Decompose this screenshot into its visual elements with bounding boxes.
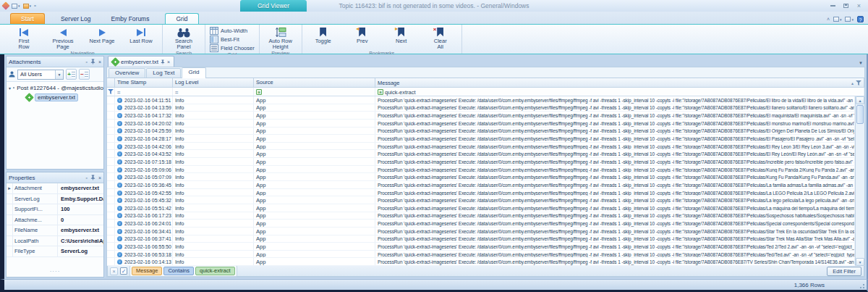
filter-expression[interactable]: Message Contains quick-extract (129, 265, 237, 277)
scroll-down-icon[interactable]: ▼ (856, 258, 864, 266)
log-row[interactable]: i2023-02-16 00:14:13 Info App ProcessRun… (107, 258, 855, 266)
remove-filter-button[interactable]: × (110, 267, 118, 275)
close-icon[interactable]: × (167, 59, 170, 64)
log-row[interactable]: i2023-02-16 04:17:32 Info App ProcessRun… (107, 112, 855, 120)
auto-width-button[interactable]: Auto-Width (208, 26, 257, 35)
filter-value-chip[interactable]: quick-extract (195, 267, 235, 275)
property-row[interactable]: SupportFi... 100 (7, 204, 103, 215)
close-icon[interactable]: × (98, 175, 101, 180)
document-tab-embyserver[interactable]: embyserver.txt × (108, 56, 174, 67)
filter-enabled-checkbox[interactable]: ✓ (120, 267, 127, 275)
minimize-button[interactable] (828, 3, 838, 9)
log-row[interactable]: i2023-02-16 05:45:32 Info App ProcessRun… (107, 196, 855, 204)
bookmark-clear-all-button[interactable]: × Clear All (422, 26, 459, 51)
app-icon[interactable] (1, 1, 9, 9)
close-icon[interactable]: × (98, 59, 101, 64)
resize-grip[interactable] (858, 282, 865, 289)
tab-grid-view[interactable]: Grid (182, 67, 205, 78)
property-row[interactable]: FileType ServerLog (7, 246, 103, 257)
filter-time-cell[interactable]: = (115, 88, 173, 96)
source-cell: App (254, 96, 375, 104)
log-row[interactable]: i2023-02-16 05:09:06 Info App ProcessRun… (107, 166, 855, 174)
log-row[interactable]: i2023-02-16 06:24:01 Info App ProcessRun… (107, 220, 855, 228)
log-row[interactable]: i2023-02-16 06:37:41 Info App ProcessRun… (107, 235, 855, 243)
skin-button[interactable]: ▾ (845, 17, 854, 22)
chevron-expander-icon[interactable]: ▾ (9, 85, 11, 91)
log-row[interactable]: i2023-02-16 04:11:51 Info App ProcessRun… (107, 96, 855, 104)
pin-icon[interactable] (161, 59, 165, 64)
filter-message-cell[interactable]: aquick-extract (375, 88, 864, 96)
expand-all-button[interactable]: + (66, 69, 77, 80)
property-row[interactable]: ▸ Attachment embyserver.txt (7, 183, 103, 194)
property-row[interactable]: Attachme... 0 (7, 215, 103, 226)
filter-operator-chip[interactable]: Contains (163, 267, 194, 275)
tree-item-attachment[interactable]: embyserver.txt (9, 93, 103, 102)
bookmark-toggle-button[interactable]: Toggle (305, 26, 342, 44)
tab-emby-forums[interactable]: Emby Forums (101, 14, 160, 24)
log-row[interactable]: i2023-02-16 06:17:23 Info App ProcessRun… (107, 212, 855, 220)
field-chooser-button[interactable]: Field Chooser (208, 43, 257, 52)
column-header-time-stamp[interactable]: Time Stamp (115, 78, 173, 87)
edit-filter-button[interactable]: Edit Filter (827, 267, 861, 276)
previous-page-button[interactable]: Previous Page (44, 26, 82, 51)
last-row-button[interactable]: Last Row (122, 26, 160, 44)
log-row[interactable]: i2023-02-16 04:43:52 Info App ProcessRun… (107, 150, 855, 158)
qat-overflow-button[interactable]: = (34, 4, 36, 8)
log-row[interactable]: i2023-02-16 06:53:18 Info App ProcessRun… (107, 251, 855, 259)
log-row[interactable]: i2023-02-16 04:20:02 Info App ProcessRun… (107, 120, 855, 128)
tab-overview[interactable]: Overview (109, 68, 145, 78)
auto-filter-row[interactable]: = = a aquick-extract (107, 88, 864, 96)
best-fit-button[interactable]: Best-Fit (208, 35, 257, 43)
log-row[interactable]: i2023-02-16 04:42:06 Info App ProcessRun… (107, 143, 855, 151)
filter-field-chip[interactable]: Message (132, 267, 162, 275)
log-row[interactable]: i2023-02-16 07:15:18 Info App ProcessRun… (107, 158, 855, 166)
filter-level-cell[interactable]: = (173, 88, 254, 96)
tab-grid[interactable]: Grid (165, 13, 198, 24)
tab-log-text[interactable]: Log Text (146, 68, 181, 78)
column-header-log-level[interactable]: Log Level (173, 78, 254, 87)
pin-icon[interactable] (90, 175, 95, 180)
tab-start[interactable]: Start (10, 13, 45, 24)
filter-active-icon[interactable] (856, 80, 861, 85)
pin-icon[interactable] (90, 59, 95, 64)
help-icon[interactable]: ? (857, 16, 864, 22)
log-row[interactable]: i2023-02-16 05:42:55 Info App ProcessRun… (107, 189, 855, 197)
collapse-all-button[interactable]: − (79, 69, 90, 80)
tab-list-dropdown-icon[interactable]: ▼ (859, 61, 863, 65)
search-panel-button[interactable]: Search Panel (165, 26, 203, 51)
property-row[interactable]: ServerLog Emby.Support.Data.ServerLog (7, 194, 103, 205)
layout-button[interactable]: ▾ (833, 17, 842, 22)
auto-row-height-button[interactable]: Auto Row Height (262, 26, 299, 51)
column-header-message[interactable]: Message ▲ (375, 78, 864, 87)
log-row[interactable]: i2023-02-16 04:28:17 Info App ProcessRun… (107, 135, 855, 143)
property-row[interactable]: LocalPath C:\Users\richa\AppData\Roa... (7, 236, 103, 247)
float-icon[interactable]: ▫ (85, 175, 87, 180)
column-header-source[interactable]: Source (254, 78, 375, 87)
log-row[interactable]: i2023-02-16 05:07:09 Info App ProcessRun… (107, 173, 855, 181)
collapse-ribbon-icon[interactable]: ˄ (827, 17, 830, 22)
tree-item-post[interactable]: ▾ Post #1227644 - @majesticstudio (9, 83, 103, 93)
filter-source-cell[interactable]: a (254, 88, 375, 96)
qat-grid-button[interactable]: ▾ (12, 4, 20, 9)
scrollbar-thumb[interactable] (856, 105, 864, 124)
log-row[interactable]: i2023-02-16 06:55:50 Info App ProcessRun… (107, 243, 855, 251)
float-icon[interactable]: ▫ (85, 59, 87, 64)
bookmark-prev-button[interactable]: ◄ Prev (344, 26, 381, 44)
scroll-up-icon[interactable]: ▲ (856, 96, 864, 104)
qat-highlight-button[interactable]: ▾ (23, 4, 32, 9)
close-button[interactable]: × (854, 3, 864, 9)
tab-server-log[interactable]: Server Log (51, 14, 101, 24)
log-row[interactable]: i2023-02-16 06:34:41 Info App ProcessRun… (107, 228, 855, 235)
splitter-handle[interactable]: ···· (7, 268, 103, 277)
bookmark-next-button[interactable]: ► Next (383, 26, 420, 44)
next-page-button[interactable]: Next Page (83, 26, 121, 44)
property-row[interactable]: FileName embyserver.txt (7, 225, 103, 236)
log-row[interactable]: i2023-02-16 05:51:42 Info App ProcessRun… (107, 204, 855, 212)
vertical-scrollbar[interactable]: ▲ ▼ (855, 96, 864, 266)
first-row-button[interactable]: First Row (5, 26, 43, 51)
log-row[interactable]: i2023-02-16 04:25:59 Info App ProcessRun… (107, 128, 855, 135)
log-row[interactable]: i2023-02-16 05:36:45 Info App ProcessRun… (107, 181, 855, 189)
maximize-button[interactable] (841, 3, 851, 9)
user-filter-select[interactable]: All Users ▼ (17, 70, 64, 80)
log-row[interactable]: i2023-02-16 04:13:59 Info App ProcessRun… (107, 104, 855, 112)
